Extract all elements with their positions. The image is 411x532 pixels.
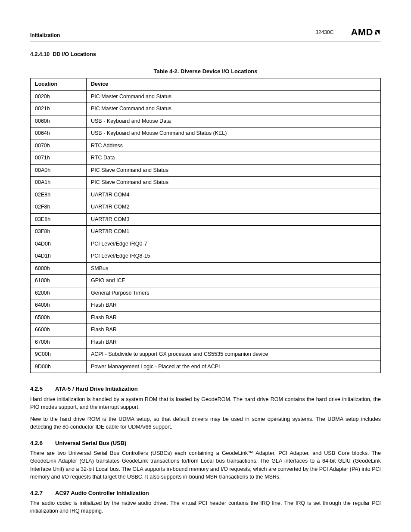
- cell-device: RTC Data: [87, 152, 381, 165]
- cell-location: 00A1h: [31, 177, 87, 189]
- paragraph: There are two Universal Serial Bus Contr…: [30, 449, 381, 481]
- table-row: 6700hFlash BAR: [31, 336, 381, 348]
- heading-title: ATA-5 / Hard Drive Initialization: [55, 386, 138, 392]
- cell-device: PIC Slave Command and Status: [87, 164, 381, 177]
- header-right: 32430C AMD: [315, 26, 381, 39]
- table-row: 03F8hUART/IR COM1: [31, 226, 381, 238]
- cell-location: 9C00h: [31, 348, 87, 361]
- table-caption: Table 4-2. Diverse Device I/O Locations: [30, 68, 381, 75]
- heading-title: AC97 Audio Controller Initialization: [55, 490, 149, 496]
- cell-location: 0064h: [31, 128, 87, 140]
- cell-location: 6500h: [31, 311, 87, 324]
- heading-title: DD I/O Locations: [53, 51, 96, 57]
- cell-location: 0060h: [31, 115, 87, 128]
- table-row: 02F8hUART/IR COM2: [31, 201, 381, 214]
- table-row: 03E8hUART/IR COM3: [31, 213, 381, 226]
- table-row: 02E8hUART/IR COM4: [31, 189, 381, 201]
- cell-device: ACPI - Subdivide to support GX processor…: [87, 348, 381, 361]
- table-row: 6600hFlash BAR: [31, 324, 381, 336]
- table-row: 6500hFlash BAR: [31, 311, 381, 324]
- cell-device: UART/IR COM4: [87, 189, 381, 201]
- cell-location: 6600h: [31, 324, 87, 336]
- cell-device: PIC Slave Command and Status: [87, 177, 381, 189]
- table-row: 6100hGPIO and ICF: [31, 275, 381, 287]
- cell-location: 0020h: [31, 90, 87, 103]
- cell-location: 03E8h: [31, 213, 87, 226]
- cell-location: 04D1h: [31, 250, 87, 263]
- cell-device: PIC Master Command and Status: [87, 103, 381, 115]
- table-row: 9D00hPower Management Logic - Placed at …: [31, 361, 381, 373]
- table-header-row: Location Device: [31, 78, 381, 91]
- cell-location: 6000h: [31, 262, 87, 275]
- cell-device: Flash BAR: [87, 324, 381, 336]
- cell-location: 9D00h: [31, 361, 87, 373]
- cell-location: 6700h: [31, 336, 87, 348]
- paragraph: Hard drive initialization is handled by …: [30, 395, 381, 411]
- cell-location: 6100h: [31, 275, 87, 287]
- heading-4-2-6: 4.2.6Universal Serial Bus (USB): [30, 439, 381, 447]
- cell-location: 02F8h: [31, 201, 87, 214]
- table-row: 0064hUSB - Keyboard and Mouse Command an…: [31, 128, 381, 140]
- section-4-2-7: 4.2.7AC97 Audio Controller Initializatio…: [30, 489, 381, 515]
- section-4-2-6: 4.2.6Universal Serial Bus (USB) There ar…: [30, 439, 381, 481]
- cell-device: PCI Level/Edge IRQ8-15: [87, 250, 381, 263]
- table-row: 04D0hPCI Level/Edge IRQ0-7: [31, 238, 381, 250]
- table-row: 6000hSMBus: [31, 262, 381, 275]
- table-row: 0020hPIC Master Command and Status: [31, 90, 381, 103]
- cell-location: 00A0h: [31, 164, 87, 177]
- amd-arrow-icon: [374, 29, 381, 36]
- table-row: 0070hRTC Address: [31, 140, 381, 152]
- cell-location: 02E8h: [31, 189, 87, 201]
- heading-title: Universal Serial Bus (USB): [55, 440, 126, 446]
- heading-num: 4.2.7: [30, 489, 55, 497]
- cell-location: 0070h: [31, 140, 87, 152]
- table-row: 6200hGeneral Purpose Timers: [31, 287, 381, 299]
- table-row: 00A0hPIC Slave Command and Status: [31, 164, 381, 177]
- cell-location: 03F8h: [31, 226, 87, 238]
- col-location: Location: [31, 78, 87, 91]
- section-4-2-5: 4.2.5ATA-5 / Hard Drive Initialization H…: [30, 385, 381, 431]
- table-row: 0021hPIC Master Command and Status: [31, 103, 381, 115]
- cell-location: 6400h: [31, 299, 87, 312]
- cell-location: 6200h: [31, 287, 87, 299]
- header-section: Initialization: [30, 32, 60, 39]
- heading-4-2-5: 4.2.5ATA-5 / Hard Drive Initialization: [30, 385, 381, 393]
- paragraph: New to the hard drive ROM is the UDMA se…: [30, 415, 381, 431]
- cell-device: Flash BAR: [87, 311, 381, 324]
- table-row: 04D1hPCI Level/Edge IRQ8-15: [31, 250, 381, 263]
- table-row: 00A1hPIC Slave Command and Status: [31, 177, 381, 189]
- cell-device: UART/IR COM3: [87, 213, 381, 226]
- cell-device: GPIO and ICF: [87, 275, 381, 287]
- header-docnum: 32430C: [315, 29, 333, 36]
- heading-4-2-7: 4.2.7AC97 Audio Controller Initializatio…: [30, 489, 381, 497]
- cell-device: USB - Keyboard and Mouse Data: [87, 115, 381, 128]
- cell-location: 04D0h: [31, 238, 87, 250]
- cell-device: RTC Address: [87, 140, 381, 152]
- cell-device: Flash BAR: [87, 299, 381, 312]
- paragraph: The audio codec is initialized by the na…: [30, 499, 381, 515]
- table-row: 0060hUSB - Keyboard and Mouse Data: [31, 115, 381, 128]
- cell-device: UART/IR COM2: [87, 201, 381, 214]
- page-header: Initialization 32430C AMD: [30, 26, 381, 41]
- cell-device: PCI Level/Edge IRQ0-7: [87, 238, 381, 250]
- heading-num: 4.2.6: [30, 439, 55, 447]
- cell-location: 0021h: [31, 103, 87, 115]
- cell-device: General Purpose Timers: [87, 287, 381, 299]
- table-row: 9C00hACPI - Subdivide to support GX proc…: [31, 348, 381, 361]
- amd-logo-text: AMD: [351, 26, 373, 39]
- io-locations-table: Location Device 0020hPIC Master Command …: [30, 78, 381, 373]
- heading-4-2-4-10: 4.2.4.10 DD I/O Locations: [30, 51, 381, 59]
- cell-device: SMBus: [87, 262, 381, 275]
- cell-device: Flash BAR: [87, 336, 381, 348]
- cell-device: Power Management Logic - Placed at the e…: [87, 361, 381, 373]
- table-row: 0071hRTC Data: [31, 152, 381, 165]
- heading-num: 4.2.4.10: [30, 51, 50, 57]
- cell-device: USB - Keyboard and Mouse Command and Sta…: [87, 128, 381, 140]
- table-row: 6400hFlash BAR: [31, 299, 381, 312]
- cell-location: 0071h: [31, 152, 87, 165]
- cell-device: UART/IR COM1: [87, 226, 381, 238]
- heading-num: 4.2.5: [30, 385, 55, 393]
- cell-device: PIC Master Command and Status: [87, 90, 381, 103]
- amd-logo: AMD: [351, 26, 381, 39]
- col-device: Device: [87, 78, 381, 91]
